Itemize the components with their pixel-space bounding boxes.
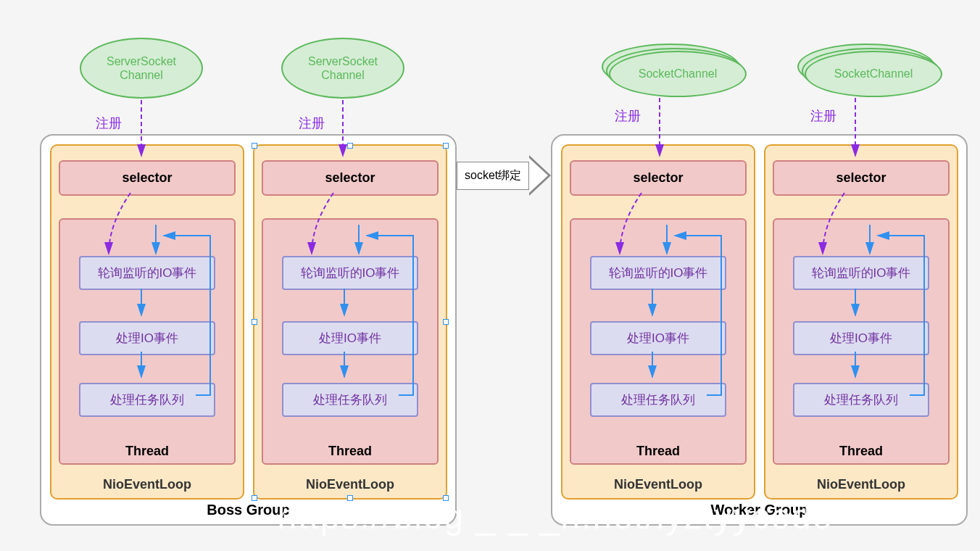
selector-label: selector (633, 170, 683, 185)
register-label-2: 注册 (299, 115, 325, 132)
selector-box: selector (59, 160, 236, 196)
socket-channel-stack-2: SocketChannel (805, 51, 942, 97)
selector-box: selector (262, 160, 439, 196)
step-task-queue: 处理任务队列 (793, 383, 929, 417)
worker-group-title: Worker Group (710, 502, 807, 518)
thread-label: Thread (328, 444, 372, 459)
register-label-3: 注册 (615, 107, 641, 125)
thread-label: Thread (839, 444, 883, 459)
arrow-head-icon (529, 155, 551, 196)
thread-box: 轮询监听的IO事件 处理IO事件 处理任务队列 Thread (262, 218, 439, 465)
step-handle-io: 处理IO事件 (590, 321, 726, 355)
socket-bind-label: socket绑定 (457, 162, 529, 190)
thread-box: 轮询监听的IO事件 处理IO事件 处理任务队列 Thread (570, 218, 747, 465)
server-socket-channel-2: ServerSocket Channel (281, 38, 404, 99)
eventloop-label: NioEventLoop (306, 477, 394, 492)
nio-event-loop-boss-1: selector 轮询监听的IO事件 处理IO事件 处理任务队列 Thread … (50, 144, 244, 500)
step-task-queue: 处理任务队列 (79, 383, 215, 417)
ellipse-label: SocketChannel (639, 67, 718, 80)
selection-handle (347, 495, 353, 501)
selection-handle (252, 495, 257, 501)
selection-handle (443, 319, 449, 325)
step-handle-io: 处理IO事件 (282, 321, 418, 355)
eventloop-label: NioEventLoop (817, 477, 905, 492)
step-poll-io: 轮询监听的IO事件 (590, 256, 726, 290)
worker-group: Worker Group selector 轮询监听的IO事件 处理IO事件 处… (551, 134, 968, 526)
register-label-1: 注册 (96, 115, 122, 132)
selector-box: selector (570, 160, 747, 196)
server-socket-channel-1: ServerSocket Channel (80, 38, 203, 99)
selection-handle (443, 495, 449, 501)
step-poll-io: 轮询监听的IO事件 (282, 256, 418, 290)
thread-label: Thread (125, 444, 169, 459)
nio-event-loop-worker-2: selector 轮询监听的IO事件 处理IO事件 处理任务队列 Thread … (764, 144, 958, 500)
nio-event-loop-worker-1: selector 轮询监听的IO事件 处理IO事件 处理任务队列 Thread … (561, 144, 755, 500)
selection-handle (252, 143, 257, 149)
ellipse-label: ServerSocket Channel (107, 54, 176, 82)
socket-channel-stack-1: SocketChannel (609, 51, 747, 97)
step-handle-io: 处理IO事件 (793, 321, 929, 355)
selector-box: selector (773, 160, 950, 196)
register-label-4: 注册 (810, 107, 836, 125)
step-poll-io: 轮询监听的IO事件 (793, 256, 929, 290)
selector-label: selector (836, 170, 886, 185)
boss-group-title: Boss Group (207, 502, 289, 518)
selector-label: selector (325, 170, 375, 185)
nio-event-loop-boss-2: selector 轮询监听的IO事件 处理IO事件 处理任务队列 Thread … (253, 144, 447, 500)
selection-handle (252, 319, 257, 325)
step-poll-io: 轮询监听的IO事件 (79, 256, 215, 290)
step-task-queue: 处理任务队列 (282, 383, 418, 417)
selector-label: selector (122, 170, 172, 185)
selection-handle (347, 143, 353, 149)
ellipse-label: ServerSocket Channel (308, 54, 378, 82)
eventloop-label: NioEventLoop (103, 477, 191, 492)
thread-box: 轮询监听的IO事件 处理IO事件 处理任务队列 Thread (59, 218, 236, 465)
boss-group: Boss Group selector 轮询监听的IO事件 处理IO事件 处理任… (40, 134, 457, 526)
thread-box: 轮询监听的IO事件 处理IO事件 处理任务队列 Thread (773, 218, 950, 465)
eventloop-label: NioEventLoop (614, 477, 702, 492)
socket-bind-arrow: socket绑定 (457, 155, 551, 196)
thread-label: Thread (636, 444, 680, 459)
step-handle-io: 处理IO事件 (79, 321, 215, 355)
step-task-queue: 处理任务队列 (590, 383, 726, 417)
ellipse-label: SocketChannel (834, 67, 913, 80)
selection-handle (443, 143, 449, 149)
